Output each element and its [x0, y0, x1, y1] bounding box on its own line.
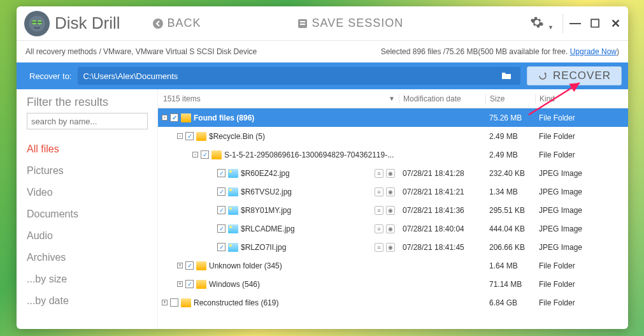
row-checkbox[interactable]: [217, 206, 225, 214]
selection-summary: Selected 896 files /75.26 MB(500 MB avai…: [381, 47, 619, 56]
row-checkbox[interactable]: [170, 298, 178, 307]
file-name: $R60EZ42.jpg: [241, 169, 290, 178]
minimize-button[interactable]: —: [569, 17, 580, 31]
preview-icon[interactable]: ◉: [386, 243, 395, 252]
table-row[interactable]: $RLZO7II.jpg≡◉07/28/21 18:41:45206.66 KB…: [158, 238, 628, 256]
app-window: Disk Drill BACK SAVE SESSION ▼ — ☐ ✕ All…: [17, 6, 628, 329]
cell-size: 75.26 MB: [485, 113, 535, 122]
settings-button[interactable]: ▼: [530, 15, 554, 32]
sidebar-cat-pictures[interactable]: Pictures: [27, 160, 157, 182]
svg-rect-6: [300, 24, 305, 25]
preview-icon[interactable]: ◉: [386, 206, 395, 215]
browse-folder-button[interactable]: [497, 71, 515, 82]
folder-icon: [181, 113, 191, 122]
back-label: BACK: [168, 17, 201, 30]
save-session-button[interactable]: SAVE SESSION: [290, 14, 410, 33]
table-row[interactable]: $R6TVSU2.jpg≡◉07/28/21 18:41:211.34 MBJP…: [158, 182, 628, 201]
sidebar: Filter the results All filesPicturesVide…: [17, 89, 158, 329]
row-checkbox[interactable]: [217, 243, 225, 251]
expand-toggle[interactable]: -: [192, 152, 198, 157]
col-size[interactable]: Size: [485, 94, 535, 103]
info-icon[interactable]: ≡: [375, 187, 383, 196]
recover-path-input[interactable]: C:\Users\Alex\Documents: [78, 67, 520, 85]
recover-icon: [538, 71, 548, 81]
preview-icon[interactable]: ◉: [386, 224, 395, 233]
sidebar-cat-all-files[interactable]: All files: [27, 138, 157, 160]
maximize-button[interactable]: ☐: [590, 17, 600, 31]
file-name: $R6TVSU2.jpg: [241, 187, 292, 196]
cell-kind: File Folder: [535, 298, 628, 307]
cell-kind: JPEG Image: [535, 169, 628, 178]
table-row[interactable]: -Found files (896)75.26 MBFile Folder: [158, 108, 628, 127]
sort-dropdown-icon[interactable]: ▼: [389, 95, 395, 102]
preview-icon[interactable]: ◉: [386, 187, 395, 196]
table-row[interactable]: -S-1-5-21-2950869616-1300694829-70436211…: [158, 145, 628, 164]
table-row[interactable]: $R8Y01MY.jpg≡◉07/28/21 18:41:36295.51 KB…: [158, 201, 628, 219]
save-session-label: SAVE SESSION: [312, 17, 404, 30]
cell-kind: JPEG Image: [535, 243, 628, 252]
expand-toggle[interactable]: +: [162, 300, 168, 305]
expand-toggle[interactable]: +: [177, 281, 183, 287]
row-checkbox[interactable]: [217, 187, 225, 196]
col-kind[interactable]: Kind: [535, 94, 628, 103]
search-input[interactable]: [27, 113, 148, 129]
folder-icon: [196, 132, 206, 141]
row-checkbox[interactable]: [185, 261, 194, 270]
image-file-icon: [228, 169, 238, 178]
table-row[interactable]: $R60EZ42.jpg≡◉07/28/21 18:41:28232.40 KB…: [158, 164, 628, 182]
close-button[interactable]: ✕: [610, 17, 620, 31]
recover-to-label: Recover to:: [29, 71, 71, 81]
file-name: S-1-5-21-2950869616-1300694829-704362119…: [224, 150, 394, 159]
table-row[interactable]: +Windows (546)71.14 MBFile Folder: [158, 275, 628, 293]
col-modification-date[interactable]: Modification date: [399, 94, 485, 103]
image-file-icon: [228, 187, 238, 196]
table-row[interactable]: +Unknown folder (345)1.64 MBFile Folder: [158, 256, 628, 275]
expand-toggle[interactable]: -: [162, 115, 168, 121]
titlebar: Disk Drill BACK SAVE SESSION ▼ — ☐ ✕: [17, 6, 628, 41]
row-checkbox[interactable]: [185, 132, 194, 140]
gear-icon: [530, 15, 544, 29]
breadcrumb[interactable]: All recovery methods / VMware, VMware Vi…: [25, 47, 257, 56]
col-items[interactable]: 1515 items▼: [158, 94, 399, 103]
cell-size: 2.49 MB: [485, 132, 535, 141]
folder-open-icon: [501, 71, 512, 80]
image-file-icon: [228, 243, 238, 252]
file-name: Windows (546): [209, 280, 260, 289]
table-row[interactable]: -$Recycle.Bin (5)2.49 MBFile Folder: [158, 127, 628, 145]
info-icon[interactable]: ≡: [375, 224, 383, 233]
row-checkbox[interactable]: [185, 280, 194, 288]
expand-toggle[interactable]: -: [177, 133, 183, 139]
svg-point-3: [153, 18, 163, 29]
upgrade-now-link[interactable]: Upgrade Now: [570, 47, 617, 56]
sidebar-cat-documents[interactable]: Documents: [27, 203, 157, 225]
table-row[interactable]: $RLCADME.jpg≡◉07/28/21 18:40:04444.04 KB…: [158, 219, 628, 238]
cell-kind: File Folder: [535, 132, 628, 141]
recover-bar: Recover to: C:\Users\Alex\Documents RECO…: [17, 62, 628, 89]
sub-bar: All recovery methods / VMware, VMware Vi…: [17, 41, 628, 62]
row-checkbox[interactable]: [170, 113, 178, 122]
svg-rect-5: [300, 21, 305, 22]
sidebar-cat-audio[interactable]: Audio: [27, 225, 157, 247]
file-name: Found files (896): [194, 113, 254, 122]
file-name: $RLCADME.jpg: [241, 224, 295, 233]
info-icon[interactable]: ≡: [375, 169, 383, 178]
back-button[interactable]: BACK: [146, 14, 208, 33]
info-icon[interactable]: ≡: [375, 206, 383, 215]
file-name: Unknown folder (345): [209, 261, 282, 270]
sidebar-cat-archives[interactable]: Archives: [27, 247, 157, 268]
cell-kind: File Folder: [535, 261, 628, 270]
row-checkbox[interactable]: [217, 224, 225, 233]
sidebar-cat--by-size[interactable]: ...by size: [27, 268, 157, 290]
info-icon[interactable]: ≡: [375, 243, 383, 252]
sidebar-cat-video[interactable]: Video: [27, 182, 157, 203]
recover-button[interactable]: RECOVER: [527, 66, 622, 85]
table-row[interactable]: +Reconstructed files (619)6.84 GBFile Fo…: [158, 293, 628, 312]
row-checkbox[interactable]: [201, 150, 209, 159]
preview-icon[interactable]: ◉: [386, 169, 395, 178]
cell-size: 6.84 GB: [485, 298, 535, 307]
file-tree[interactable]: -Found files (896)75.26 MBFile Folder-$R…: [158, 108, 628, 329]
row-checkbox[interactable]: [217, 169, 225, 177]
sidebar-cat--by-date[interactable]: ...by date: [27, 290, 157, 312]
cell-kind: File Folder: [535, 113, 628, 122]
expand-toggle[interactable]: +: [177, 263, 183, 268]
